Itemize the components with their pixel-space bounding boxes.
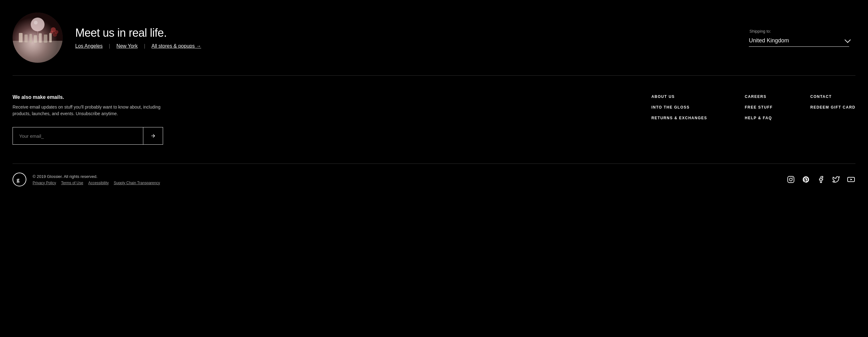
email-input[interactable] [13,128,143,144]
contact-link[interactable]: CONTACT [810,94,856,99]
email-submit-button[interactable] [143,127,163,144]
email-description: Receive email updates on stuff you'll pr… [12,104,163,117]
legal-links: Privacy Policy Terms of Use Accessibilit… [33,181,160,185]
social-icons [786,175,856,184]
svg-point-21 [792,177,793,178]
svg-rect-3 [19,33,23,42]
shipping-dropdown[interactable]: United Kingdom [749,35,849,47]
nav-links-section: ABOUT US INTO THE GLOSS RETURNS & EXCHAN… [188,94,856,145]
los-angeles-link[interactable]: Los Angeles [75,43,102,49]
pinterest-icon[interactable] [802,175,810,184]
nav-column-2: CAREERS FREE STUFF HELP & FAQ [745,94,773,145]
all-stores-link[interactable]: All stores & popups → [151,43,201,49]
svg-rect-8 [44,34,48,43]
svg-rect-4 [25,34,28,42]
privacy-policy-link[interactable]: Privacy Policy [33,181,56,185]
svg-point-16 [53,32,57,37]
meet-us-title: Meet us in real life. [75,26,201,39]
svg-point-15 [50,31,53,34]
top-section: Meet us in real life. Los Angeles | New … [0,0,868,75]
shipping-value: United Kingdom [749,37,789,44]
svg-rect-9 [49,33,52,42]
free-stuff-link[interactable]: FREE STUFF [745,105,773,110]
into-the-gloss-link[interactable]: INTO THE GLOSS [651,105,707,110]
accessibility-link[interactable]: Accessibility [88,181,108,185]
shipping-selector: Shipping to: United Kingdom [749,29,849,47]
store-image [12,12,63,63]
svg-point-20 [789,178,793,181]
help-faq-link[interactable]: HELP & FAQ [745,116,773,120]
instagram-icon[interactable] [786,175,795,184]
svg-rect-7 [39,33,42,43]
svg-text:g: g [17,177,20,183]
svg-point-11 [34,21,38,25]
email-headline: We also make emails. [12,94,176,100]
middle-section: We also make emails. Receive email updat… [0,75,868,163]
svg-rect-5 [29,34,32,43]
redeem-gift-card-link[interactable]: REDEEM GIFT CARD [810,105,856,110]
returns-exchanges-link[interactable]: RETURNS & EXCHANGES [651,116,707,120]
careers-link[interactable]: CAREERS [745,94,773,99]
svg-rect-2 [12,41,63,63]
chevron-down-icon [844,37,851,43]
bottom-section: g © 2019 Glossier. All rights reserved. … [0,164,868,195]
store-info: Meet us in real life. Los Angeles | New … [12,12,201,63]
separator-2: | [144,43,145,49]
bottom-text-group: © 2019 Glossier. All rights reserved. Pr… [33,174,160,185]
email-section: We also make emails. Receive email updat… [12,94,176,145]
separator-1: | [109,43,110,49]
email-form [12,127,163,145]
glossier-logo[interactable]: g [12,173,26,186]
svg-rect-6 [34,35,37,43]
copyright: © 2019 Glossier. All rights reserved. [33,174,160,179]
terms-of-use-link[interactable]: Terms of Use [61,181,84,185]
youtube-icon[interactable] [847,175,856,184]
facebook-icon[interactable] [816,175,825,184]
nav-column-3: CONTACT REDEEM GIFT CARD [810,94,856,145]
twitter-icon[interactable] [832,175,840,184]
shipping-label: Shipping to: [749,29,771,34]
svg-point-10 [31,18,44,31]
svg-marker-23 [850,179,852,180]
about-us-link[interactable]: ABOUT US [651,94,707,99]
svg-rect-19 [788,176,794,183]
supply-chain-link[interactable]: Supply Chain Transparency [114,181,160,185]
bottom-left: g © 2019 Glossier. All rights reserved. … [12,173,160,186]
store-text-area: Meet us in real life. Los Angeles | New … [75,26,201,49]
store-links: Los Angeles | New York | All stores & po… [75,43,201,49]
nav-column-1: ABOUT US INTO THE GLOSS RETURNS & EXCHAN… [651,94,707,145]
new-york-link[interactable]: New York [116,43,138,49]
